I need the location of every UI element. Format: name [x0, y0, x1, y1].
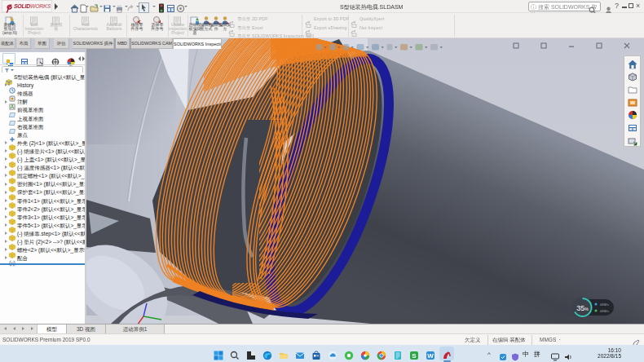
- svg-text:0KB/s: 0KB/s: [600, 302, 609, 307]
- svg-text:S: S: [412, 352, 417, 360]
- svg-text:W: W: [427, 352, 434, 360]
- svg-text:0KB/s: 0KB/s: [600, 309, 609, 313]
